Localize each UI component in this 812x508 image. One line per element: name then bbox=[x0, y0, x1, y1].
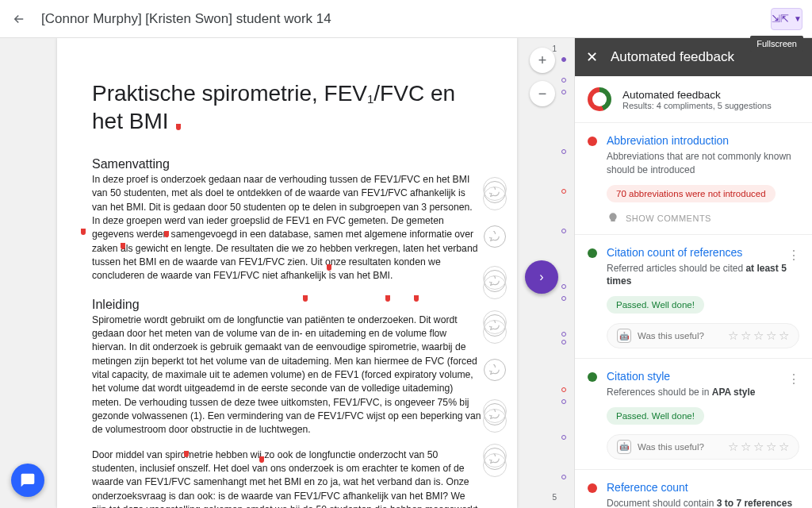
back-button[interactable] bbox=[10, 10, 29, 29]
error-mark-icon bbox=[81, 229, 86, 235]
error-mark-icon bbox=[184, 451, 189, 457]
feedback-description: Referred articles should be cited at lea… bbox=[607, 262, 799, 289]
star-icon[interactable]: ☆ bbox=[766, 440, 776, 454]
show-comments-button[interactable]: SHOW COMMENTS bbox=[607, 212, 799, 225]
star-icon[interactable]: ☆ bbox=[766, 329, 776, 343]
scroll-marker-icon[interactable] bbox=[561, 57, 566, 62]
comment-bubble-icon[interactable] bbox=[484, 314, 506, 337]
error-mark-icon bbox=[121, 243, 125, 249]
doc-paragraph-3: Door middel van spirometrie hebben wij z… bbox=[92, 448, 482, 508]
status-dot-icon bbox=[588, 137, 597, 146]
error-mark-icon bbox=[385, 295, 390, 302]
caret-down-icon: ▼ bbox=[794, 14, 802, 23]
more-menu-button[interactable]: ⋮ bbox=[787, 371, 801, 387]
robot-icon: 🤖 bbox=[617, 329, 631, 343]
comment-bubble-icon[interactable] bbox=[484, 403, 506, 425]
scroll-marker-icon[interactable] bbox=[561, 340, 566, 344]
document-area[interactable]: Praktische spirometrie, FEV1/FVC en het … bbox=[0, 38, 574, 508]
comment-bubble-icon[interactable] bbox=[484, 448, 506, 470]
scroll-marker-icon[interactable] bbox=[561, 435, 566, 440]
comment-bubble-icon[interactable] bbox=[484, 270, 506, 292]
status-dot-icon bbox=[588, 372, 597, 382]
status-dot-icon bbox=[588, 248, 597, 258]
zoom-controls: + − bbox=[530, 48, 555, 106]
doc-heading-summary: Samenvatting bbox=[92, 157, 482, 171]
star-rating[interactable]: ☆ ☆ ☆ ☆ ☆ bbox=[728, 440, 789, 454]
workspace: Praktische spirometrie, FEV1/FVC en het … bbox=[0, 38, 812, 508]
close-panel-button[interactable]: ✕ bbox=[586, 48, 598, 66]
scroll-marker-icon[interactable] bbox=[561, 90, 566, 94]
scroll-marker-icon[interactable] bbox=[561, 296, 566, 301]
doc-paragraph-1: In deze proef is onderzoek gedaan naar d… bbox=[92, 173, 482, 283]
scroll-marker-icon[interactable] bbox=[561, 284, 566, 289]
panel-body[interactable]: Automated feedback Results: 4 compliment… bbox=[575, 76, 812, 508]
scroll-marker-icon[interactable] bbox=[561, 332, 566, 337]
more-menu-button[interactable]: ⋮ bbox=[787, 248, 801, 263]
star-icon[interactable]: ☆ bbox=[753, 329, 764, 343]
comment-bubble-icon[interactable] bbox=[484, 225, 506, 248]
scroll-marker-icon[interactable] bbox=[561, 78, 566, 83]
chat-fab-button[interactable] bbox=[11, 464, 44, 497]
scroll-indicator-track[interactable]: 1 5 bbox=[561, 46, 566, 500]
star-icon[interactable]: ☆ bbox=[741, 440, 751, 454]
star-icon[interactable]: ☆ bbox=[741, 329, 751, 343]
h1-part1: Praktische spirometrie, FEV bbox=[92, 81, 367, 106]
feedback-card[interactable]: Reference count Document should contain … bbox=[575, 470, 812, 508]
feedback-description: References should be in APA style bbox=[607, 386, 799, 399]
useful-label: Was this useful? bbox=[638, 442, 704, 452]
feedback-description: Abbreviations that are not commonly know… bbox=[607, 150, 799, 177]
fullscreen-toggle[interactable]: ⇲⇱ ▼ Fullscreen bbox=[771, 8, 802, 30]
next-fab-button[interactable]: › bbox=[525, 260, 558, 294]
panel-title: Automated feedback bbox=[611, 49, 734, 65]
scroll-marker-icon[interactable] bbox=[561, 229, 566, 233]
error-mark-icon bbox=[303, 295, 308, 302]
error-mark-icon bbox=[164, 231, 169, 237]
doc-heading-1: Praktische spirometrie, FEV1/FVC en het … bbox=[92, 79, 482, 135]
star-rating[interactable]: ☆ ☆ ☆ ☆ ☆ bbox=[728, 329, 789, 343]
feedback-title[interactable]: Citation count of references bbox=[607, 246, 799, 259]
feedback-card[interactable]: Citation style References should be in A… bbox=[575, 359, 812, 470]
status-dot-icon bbox=[588, 483, 597, 493]
page-number-end: 5 bbox=[552, 493, 557, 502]
comment-bubble-icon[interactable] bbox=[484, 359, 506, 381]
feedback-panel: ✕ Automated feedback Automated feedback … bbox=[574, 38, 812, 508]
top-bar: [Connor Murphy] [Kristen Swon] student w… bbox=[0, 0, 812, 38]
star-icon[interactable]: ☆ bbox=[779, 329, 789, 343]
feedback-summary: Automated feedback Results: 4 compliment… bbox=[575, 76, 812, 123]
feedback-title[interactable]: Citation style bbox=[607, 370, 799, 383]
feedback-description: Document should contain 3 to 7 reference… bbox=[607, 497, 799, 508]
doc-paragraph-2: Spirometrie wordt gebruikt om de longfun… bbox=[92, 314, 482, 437]
zoom-out-button[interactable]: − bbox=[530, 81, 555, 106]
scroll-marker-icon[interactable] bbox=[561, 475, 566, 479]
star-icon[interactable]: ☆ bbox=[753, 440, 764, 454]
star-icon[interactable]: ☆ bbox=[779, 440, 789, 454]
page-title: [Connor Murphy] [Kristen Swon] student w… bbox=[41, 11, 771, 27]
star-icon[interactable]: ☆ bbox=[728, 440, 738, 454]
scroll-marker-icon[interactable] bbox=[561, 149, 566, 154]
tooltip: Fullscreen bbox=[750, 36, 803, 52]
feedback-title[interactable]: Abbreviation introduction bbox=[607, 134, 799, 147]
zoom-in-button[interactable]: + bbox=[530, 48, 555, 73]
collapse-icon: ⇲⇱ bbox=[772, 13, 789, 25]
results-donut-icon bbox=[588, 87, 611, 111]
feedback-chip: Passed. Well done! bbox=[607, 296, 704, 314]
star-icon[interactable]: ☆ bbox=[728, 329, 738, 343]
feedback-chip: Passed. Well done! bbox=[607, 407, 704, 425]
feedback-card[interactable]: Abbreviation introduction Abbreviations … bbox=[575, 123, 812, 235]
comment-bubble-icon[interactable] bbox=[484, 181, 506, 203]
scroll-marker-icon[interactable] bbox=[561, 189, 566, 194]
page-number-start: 1 bbox=[552, 44, 557, 53]
error-mark-icon bbox=[327, 264, 331, 271]
scroll-marker-icon[interactable] bbox=[561, 399, 566, 404]
error-mark-icon bbox=[176, 124, 181, 130]
document-page: Praktische spirometrie, FEV1/FVC en het … bbox=[57, 38, 517, 508]
doc-heading-intro: Inleiding bbox=[92, 298, 482, 312]
scroll-marker-icon[interactable] bbox=[561, 387, 566, 392]
summary-subtitle: Results: 4 compliments, 5 suggestions bbox=[622, 101, 772, 110]
feedback-chip: 70 abbreviations were not introduced bbox=[607, 185, 776, 202]
feedback-title[interactable]: Reference count bbox=[607, 481, 799, 494]
error-mark-icon bbox=[414, 295, 419, 302]
h1-sub: 1 bbox=[367, 92, 373, 106]
summary-title: Automated feedback bbox=[622, 89, 772, 101]
feedback-card[interactable]: Citation count of references Referred ar… bbox=[575, 235, 812, 360]
